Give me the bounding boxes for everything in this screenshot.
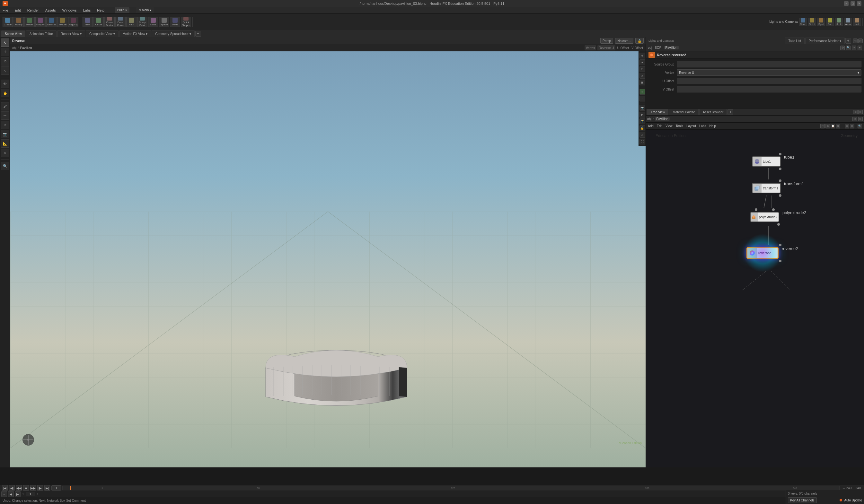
props-search-btn[interactable]: 🔍: [846, 46, 851, 50]
tab-take-list[interactable]: Take List: [785, 38, 804, 44]
area-light-btn[interactable]: Area: [844, 18, 852, 26]
tab-motion-fx[interactable]: Motion FX View ▾: [119, 30, 151, 37]
network-labs[interactable]: Labs: [699, 124, 706, 128]
network-delete-btn[interactable]: 🗑: [836, 124, 840, 128]
viewport-lock-btn[interactable]: 🔒: [635, 38, 644, 44]
network-grid-btn[interactable]: ⊞: [850, 124, 854, 128]
vp-render-btn[interactable]: ▶: [639, 112, 645, 118]
vp-display-btn[interactable]: ◈: [639, 53, 645, 59]
vertex-dropdown[interactable]: Reverse U ▾: [677, 69, 862, 76]
timeline-next-key-btn[interactable]: |▶: [37, 485, 43, 491]
network-copy-btn[interactable]: ⧉: [826, 124, 830, 128]
tab-animation-editor[interactable]: Animation Editor: [26, 30, 57, 37]
right-panel-expand[interactable]: ▷: [858, 38, 863, 43]
timeline-key-btn[interactable]: ⬦: [1, 491, 7, 497]
circle-btn[interactable]: Circle: [94, 17, 104, 27]
timeline-track[interactable]: 1 60 120 180 240: [62, 486, 840, 490]
menu-render[interactable]: Render: [26, 8, 40, 12]
deform-btn[interactable]: Deform: [46, 17, 57, 27]
tab-material-palette[interactable]: Material Palette: [669, 109, 698, 115]
view-tool[interactable]: 👁: [1, 79, 9, 88]
network-search-btn[interactable]: 🔍: [857, 124, 862, 128]
vp-sop-level-btn[interactable]: ·: [639, 96, 645, 101]
timeline-prev-key-btn[interactable]: ◀|: [9, 485, 15, 491]
viewport-reverse-u[interactable]: Reverse U: [597, 45, 615, 50]
tab-render-view[interactable]: Render View ▾: [57, 30, 85, 37]
sculpt-tool[interactable]: ✏: [1, 111, 9, 120]
modify-btn[interactable]: Modify: [13, 17, 24, 27]
network-help[interactable]: Help: [709, 124, 716, 128]
sun-btn[interactable]: Sun: [826, 18, 834, 26]
maximize-button[interactable]: □: [851, 1, 855, 6]
menu-assets[interactable]: Assets: [44, 8, 57, 12]
light-tool[interactable]: ☀: [1, 121, 9, 129]
vp-obj-level-btn[interactable]: ○: [639, 89, 645, 95]
vp-bg-btn[interactable]: ▣: [639, 79, 645, 85]
node-transform1[interactable]: transform1: [752, 183, 781, 193]
network-edit[interactable]: Edit: [657, 124, 662, 128]
cam-dropdown[interactable]: No cam...: [615, 38, 633, 44]
network-add[interactable]: Add: [648, 124, 653, 128]
knife-btn[interactable]: Knife: [148, 17, 158, 27]
network-tools[interactable]: Tools: [676, 124, 683, 128]
vp-home-btn[interactable]: ⌂: [639, 132, 645, 138]
viewport-vertex-mode[interactable]: Vertex: [585, 45, 596, 50]
props-gear-btn[interactable]: ⚙: [840, 46, 845, 50]
texture-btn[interactable]: Texture: [57, 17, 68, 27]
network-obj-tab[interactable]: obj: [647, 117, 651, 121]
close-button[interactable]: ✕: [857, 1, 862, 6]
key-all-channels-btn[interactable]: Key All Channels: [788, 497, 817, 503]
point-light-btn[interactable]: Pt. Lt.: [808, 18, 816, 26]
network-cut-btn[interactable]: ✂: [820, 124, 825, 128]
v-offset-value[interactable]: [677, 86, 862, 93]
network-expand-btn[interactable]: ▷: [858, 117, 863, 121]
network-paste-btn[interactable]: 📋: [831, 124, 835, 128]
u-offset-value[interactable]: [677, 78, 862, 84]
right-tab-add[interactable]: +: [845, 38, 851, 44]
pose-tool[interactable]: 🖐: [1, 89, 9, 97]
rigging-btn[interactable]: Rigging: [68, 17, 79, 27]
vp-grid-btn[interactable]: #: [639, 73, 645, 79]
tab-tree-view[interactable]: Tree View: [647, 109, 668, 115]
source-group-value[interactable]: [677, 61, 862, 67]
menu-labs[interactable]: Labs: [82, 8, 92, 12]
quick-shapes-btn[interactable]: Quick Shapes: [181, 17, 191, 27]
paint-tool[interactable]: 🖌: [1, 102, 9, 110]
timeline-prev-frame-btn[interactable]: ◀: [8, 491, 14, 497]
tree-panel-ctrl1[interactable]: ◁: [853, 110, 857, 114]
zoom-tool[interactable]: 🔍: [1, 162, 9, 170]
polygon-btn[interactable]: Polygon: [35, 17, 46, 27]
tab-add-button[interactable]: +: [195, 31, 201, 37]
menu-file[interactable]: File: [1, 8, 10, 12]
navigation-gizmo[interactable]: [22, 433, 35, 446]
tab-performance-monitor[interactable]: Performance Monitor ▾: [805, 38, 845, 44]
node-tube1[interactable]: tube1: [752, 156, 781, 167]
create-btn[interactable]: Create: [2, 17, 13, 27]
network-canvas[interactable]: Education Edition Geometry: [646, 130, 864, 467]
scale-tool[interactable]: ⤡: [1, 66, 9, 75]
timeline-end-btn[interactable]: ▶|: [44, 485, 50, 491]
network-list-btn[interactable]: ☰: [845, 124, 849, 128]
network-view[interactable]: View: [665, 124, 673, 128]
select-tool[interactable]: ↖: [1, 38, 9, 47]
vp-snapshot-btn[interactable]: 📸: [639, 119, 645, 124]
box-btn[interactable]: Box: [83, 17, 93, 27]
vertex-dropdown-arrow[interactable]: ▾: [857, 71, 859, 74]
spray-paint-btn[interactable]: Spray Paint: [137, 17, 147, 27]
menu-windows[interactable]: Windows: [61, 8, 78, 12]
node-polyextrude2[interactable]: polyextrude2: [750, 212, 779, 222]
sop-tab[interactable]: SOP: [655, 46, 661, 49]
timeline-next-frame-btn[interactable]: ▶: [15, 491, 21, 497]
curve-bezier-btn[interactable]: Curve Bezier: [104, 17, 115, 27]
model-btn[interactable]: Model: [24, 17, 35, 27]
timeline-start-btn[interactable]: |◀: [2, 485, 8, 491]
3d-viewport[interactable]: Reverse Persp No cam... 🔒 obj / Pavillio…: [10, 37, 646, 467]
menu-edit[interactable]: Edit: [13, 8, 22, 12]
isolate-light-btn[interactable]: Isol.: [853, 18, 861, 26]
network-collapse-btn[interactable]: ◁: [852, 117, 857, 121]
hole-btn[interactable]: Hole: [170, 17, 180, 27]
persp-dropdown[interactable]: Persp: [600, 38, 613, 44]
vp-cam-btn[interactable]: 📷: [639, 105, 645, 111]
props-help-btn[interactable]: ?: [852, 46, 856, 50]
tree-panel-ctrl2[interactable]: ▷: [858, 110, 863, 114]
